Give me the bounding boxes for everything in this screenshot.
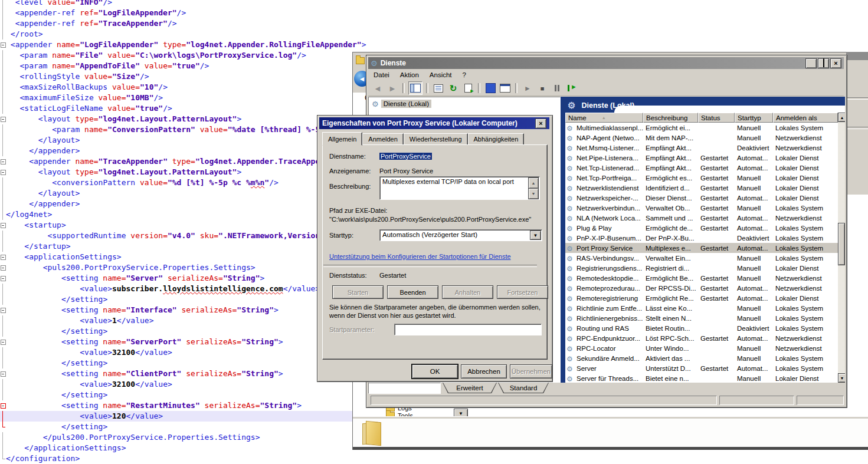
service-row[interactable]: ⚙RemoteregistrierungErmöglicht Re...Gest…	[565, 293, 838, 303]
service-row[interactable]: ⚙Net.Tcp-Listenerad...Empfängt Akt...Ges…	[565, 163, 838, 173]
dialog-titlebar[interactable]: Eigenschaften von Port Proxy Service (Lo…	[319, 117, 549, 129]
export-list-icon[interactable]	[461, 82, 474, 94]
fold-marker-icon[interactable]	[0, 220, 6, 231]
service-row[interactable]: ⚙Port Proxy ServiceMultiplexes e...Gesta…	[565, 243, 838, 253]
column-header-status[interactable]: Status	[698, 113, 735, 123]
pause-service-icon[interactable]	[551, 82, 564, 94]
service-row[interactable]: ⚙ServerUnterstützt D...GestartetAutomat.…	[565, 363, 838, 373]
service-starttype: Manuell	[735, 185, 773, 192]
help-icon[interactable]	[484, 82, 497, 94]
code-line[interactable]: </root>	[0, 29, 868, 40]
show-tree-icon[interactable]	[408, 81, 422, 95]
starttyp-combobox[interactable]: Automatisch (Verzögerter Start) ▼	[379, 229, 542, 241]
service-logon: Lokales System	[773, 325, 838, 332]
extended-view-icon[interactable]	[499, 82, 512, 94]
fold-marker-icon[interactable]	[0, 400, 6, 411]
beenden-button[interactable]: Beenden	[387, 285, 438, 299]
chevron-down-icon[interactable]: ▼	[530, 231, 541, 240]
minimize-button[interactable]	[805, 58, 817, 68]
service-row[interactable]: ⚙RPC-LocatorUnter Windo...ManuellNetzwer…	[565, 343, 838, 353]
fold-guide	[0, 294, 6, 305]
service-row[interactable]: ⚙Sekundäre Anmeld...Aktiviert das ...Man…	[565, 353, 838, 363]
cancel-button[interactable]: Abbrechen	[461, 364, 507, 379]
tab-abhangigkeiten[interactable]: Abhängigkeiten	[468, 133, 525, 145]
services-table-body: ⚙Multimediaklassenpl...Ermöglicht ei...M…	[565, 123, 838, 383]
service-row[interactable]: ⚙Multimediaklassenpl...Ermöglicht ei...M…	[565, 123, 838, 133]
fold-marker-icon[interactable]	[0, 262, 6, 273]
scroll-up-button[interactable]: ▲	[838, 113, 845, 122]
service-row[interactable]: ⚙Server für Threads...Bietet eine n...Ma…	[565, 373, 838, 383]
fold-marker-icon[interactable]	[0, 114, 6, 124]
service-row[interactable]: ⚙Netzwerkspeicher-...Dieser Dienst...Ges…	[565, 193, 838, 203]
maximize-button[interactable]	[818, 58, 829, 68]
service-row[interactable]: ⚙Richtlinie zum Entfe...Lässt eine Ko...…	[565, 303, 838, 313]
tab-wiederherstellung[interactable]: Wiederherstellung	[404, 133, 468, 145]
fold-marker-icon[interactable]	[0, 156, 6, 167]
column-header-starttyp[interactable]: Starttyp	[735, 113, 773, 123]
menu-item-datei[interactable]: Datei	[368, 70, 395, 80]
menu-item-aktion[interactable]: Aktion	[395, 70, 424, 80]
services-titlebar[interactable]: ⚙ Dienste ×	[368, 57, 844, 69]
service-row[interactable]: ⚙Registrierungsdiens...Registriert di...…	[565, 263, 838, 273]
back-icon[interactable]: ◄	[371, 82, 384, 94]
service-row[interactable]: ⚙Net.Pipe-Listenera...Empfängt Akt...Ges…	[565, 153, 838, 163]
service-row[interactable]: ⚙Plug & PlayErmöglicht de...GestartetAut…	[565, 223, 838, 233]
fold-marker-icon[interactable]	[0, 40, 6, 50]
service-row[interactable]: ⚙NetzwerklistendienstIdentifiziert d...G…	[565, 183, 838, 193]
vertical-scrollbar[interactable]: ▲ ▼	[838, 113, 845, 383]
service-row[interactable]: ⚙Netzwerkverbindun...Verwaltet Ob...Gest…	[565, 203, 838, 213]
code-line[interactable]: </configuration>	[0, 453, 868, 464]
start-service-icon[interactable]: ►	[521, 82, 534, 94]
service-row[interactable]: ⚙NLA (Network Loca...Sammelt und ...Gest…	[565, 213, 838, 223]
tab-allgemein[interactable]: Allgemein	[322, 132, 362, 146]
fold-guide	[0, 199, 6, 209]
column-header-beschreibung[interactable]: Beschreibung	[643, 113, 698, 123]
tab-anmelden[interactable]: Anmelden	[362, 133, 404, 145]
close-button[interactable]: ×	[830, 58, 841, 68]
service-row[interactable]: ⚙Richtlinienergebniss...Stellt einen N..…	[565, 313, 838, 323]
fold-marker-icon[interactable]	[0, 368, 6, 379]
scrollbar-thumb[interactable]	[838, 223, 845, 265]
view-tab-standard[interactable]: Standard	[498, 383, 549, 393]
service-row[interactable]: ⚙RPC-Endpunktzuor...Löst RPC-Sch...Gesta…	[565, 333, 838, 343]
fold-marker-icon[interactable]	[0, 305, 6, 315]
view-tab-erweitert[interactable]: Erweitert	[443, 383, 497, 393]
menu-item-?[interactable]: ?	[457, 70, 471, 80]
code-line[interactable]: <appender name="LogFileAppender" type="l…	[0, 40, 868, 50]
fold-marker-icon[interactable]	[0, 252, 6, 262]
scroll-down-button[interactable]: ▼	[838, 373, 845, 383]
menu-item-ansicht[interactable]: Ansicht	[424, 70, 457, 80]
service-row[interactable]: ⚙NAP-Agent (Netwo...Mit dem NAP-...Manue…	[565, 133, 838, 143]
service-starttype: Manuell	[735, 355, 773, 362]
fold-marker-icon[interactable]	[0, 273, 6, 284]
column-header-name[interactable]: Name▲	[565, 113, 643, 123]
code-line[interactable]: <level value="INFO"/>	[0, 0, 868, 8]
close-button[interactable]: ×	[535, 119, 546, 129]
forward-icon[interactable]: ►	[386, 82, 399, 94]
column-header-anmelden-als[interactable]: Anmelden als	[773, 113, 838, 123]
restart-service-icon[interactable]	[565, 82, 578, 94]
refresh-icon[interactable]: ↻	[447, 82, 460, 94]
stop-service-icon[interactable]: ■	[536, 82, 549, 94]
service-row[interactable]: ⚙Remotedesktopdie...Ermöglicht Be...Gest…	[565, 273, 838, 283]
service-row[interactable]: ⚙RAS-Verbindungsv...Verwaltet Ein...Manu…	[565, 253, 838, 263]
ok-button[interactable]: OK	[412, 364, 458, 379]
properties-icon[interactable]	[432, 82, 445, 94]
scroll-up-button[interactable]: ▲	[528, 177, 539, 189]
service-row[interactable]: ⚙Net.Msmq-Listener...Empfängt Akt...Deak…	[565, 143, 838, 153]
service-row[interactable]: ⚙Remoteprozedurau...Der RPCSS-Di...Gesta…	[565, 283, 838, 293]
code-line[interactable]: <appender-ref ref="LogFileAppender"/>	[0, 8, 868, 18]
properties-icon	[434, 84, 443, 93]
service-logon: Netzwerkdienst	[773, 275, 838, 282]
fold-marker-icon[interactable]	[0, 337, 6, 347]
scroll-down-button[interactable]: ▼	[528, 188, 539, 199]
tree-item-dienste-lokal[interactable]: ⚙ Dienste (Lokal)	[372, 100, 431, 108]
beschreibung-field[interactable]: Multiplexes external TCP/IP data on loca…	[379, 176, 540, 200]
startoptions-help-link[interactable]: Unterstützung beim Konfigurieren der Sta…	[329, 253, 511, 260]
service-row[interactable]: ⚙Routing und RASBietet Routin...Deaktivi…	[565, 323, 838, 333]
service-row[interactable]: ⚙Net.Tcp-Portfreiga...Ermöglicht es...Ge…	[565, 173, 838, 183]
fold-marker-icon[interactable]	[0, 167, 6, 177]
tab-label: Standard	[499, 383, 548, 393]
code-line[interactable]: <appender-ref ref="TraceAppender"/>	[0, 18, 868, 29]
service-row[interactable]: ⚙PnP-X-IP-Busenum...Der PnP-X-Bu...Deakt…	[565, 233, 838, 243]
